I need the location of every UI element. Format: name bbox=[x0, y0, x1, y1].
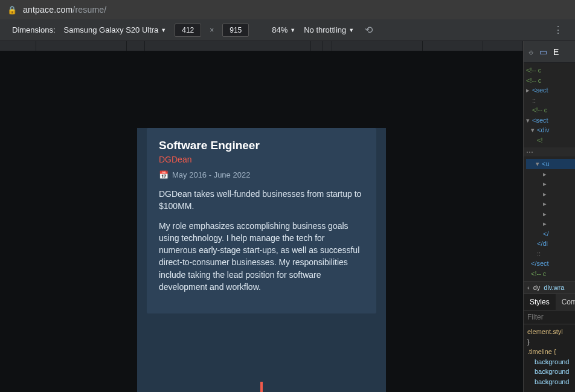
dimensions-label: Dimensions: bbox=[12, 25, 56, 34]
page-content[interactable]: Software Engineer DGDean 📅 May 2016 - Ju… bbox=[137, 128, 386, 392]
browser-url-bar: 🔒 antpace.com/resume/ bbox=[0, 0, 575, 19]
crumb-item[interactable]: div.wra bbox=[544, 284, 564, 291]
company-name: DGDean bbox=[159, 155, 364, 164]
inspect-icon[interactable]: ⟐ bbox=[528, 47, 533, 57]
elements-tab-label[interactable]: E bbox=[553, 47, 559, 57]
device-selector[interactable]: Samsung Galaxy S20 Ultra ▼ bbox=[64, 25, 167, 34]
width-input[interactable] bbox=[175, 24, 201, 37]
dom-tree[interactable]: <!-- c <!-- c ▸<sect :: <!-- c ▾<sect ▾<… bbox=[524, 63, 575, 147]
job-description-p1: DGDean takes well-funded businesses from… bbox=[159, 188, 364, 213]
styles-filter-row bbox=[524, 310, 575, 324]
styles-tabs: Styles Com bbox=[524, 294, 575, 310]
url-text[interactable]: antpace.com/resume/ bbox=[23, 5, 106, 14]
tab-styles[interactable]: Styles bbox=[524, 294, 556, 310]
height-input[interactable] bbox=[222, 24, 249, 37]
timeline-line bbox=[260, 382, 263, 392]
device-name: Samsung Galaxy S20 Ultra bbox=[64, 25, 159, 34]
dom-tree-lower[interactable]: ▾<u ▸ ▸ ▸ ▸ ▸ ▸ </ </di :: </sect <!-- c bbox=[524, 156, 575, 281]
device-viewport: Software Engineer DGDean 📅 May 2016 - Ju… bbox=[0, 41, 523, 392]
tab-computed[interactable]: Com bbox=[556, 294, 575, 310]
chevron-down-icon: ▼ bbox=[349, 27, 354, 33]
zoom-value: 84% bbox=[272, 25, 288, 34]
zoom-selector[interactable]: 84% ▼ bbox=[272, 25, 295, 34]
throttle-selector[interactable]: No throttling ▼ bbox=[304, 25, 354, 34]
styles-filter-input[interactable] bbox=[527, 313, 571, 321]
crumb-item[interactable]: dy bbox=[533, 284, 541, 291]
lock-icon: 🔒 bbox=[7, 5, 17, 14]
devtools-toolbar: ⟐ ▭ E bbox=[524, 41, 575, 63]
calendar-icon: 📅 bbox=[159, 170, 169, 179]
job-description-p2: My role emphasizes accomplishing busines… bbox=[159, 220, 364, 294]
ruler bbox=[0, 41, 523, 51]
device-mode-icon[interactable]: ▭ bbox=[539, 47, 547, 57]
job-title: Software Engineer bbox=[159, 139, 364, 152]
url-host: antpace.com bbox=[23, 5, 72, 14]
rotate-icon[interactable]: ⟲ bbox=[365, 24, 373, 36]
dom-overflow-indicator: ⋯ bbox=[524, 147, 575, 156]
crumb-arrow[interactable]: ‹ bbox=[527, 284, 530, 291]
dimension-separator: × bbox=[210, 26, 214, 34]
styles-pane[interactable]: element.styl } .timeline { background ba… bbox=[524, 324, 575, 392]
breadcrumb[interactable]: ‹ dy div.wra bbox=[524, 281, 575, 294]
experience-card: Software Engineer DGDean 📅 May 2016 - Ju… bbox=[147, 128, 376, 313]
mobile-preview: Software Engineer DGDean 📅 May 2016 - Ju… bbox=[137, 51, 386, 392]
throttle-value: No throttling bbox=[304, 25, 346, 34]
kebab-menu-icon[interactable]: ⋮ bbox=[553, 24, 563, 36]
devtools-panel: ⟐ ▭ E <!-- c <!-- c ▸<sect :: <!-- c ▾<s… bbox=[523, 41, 575, 392]
chevron-down-icon: ▼ bbox=[161, 27, 166, 33]
date-range: 📅 May 2016 - June 2022 bbox=[159, 170, 364, 179]
device-toolbar: Dimensions: Samsung Galaxy S20 Ultra ▼ ×… bbox=[0, 19, 575, 41]
chevron-down-icon: ▼ bbox=[290, 27, 295, 33]
dates-text: May 2016 - June 2022 bbox=[172, 170, 250, 179]
url-path: /resume/ bbox=[72, 5, 106, 14]
